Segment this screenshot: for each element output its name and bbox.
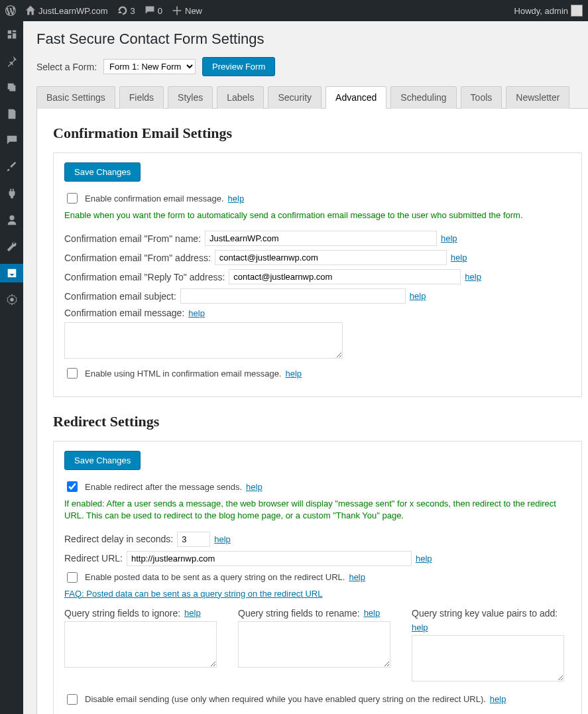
redirect-hint: If enabled: After a user sends a message…: [64, 498, 571, 522]
pin-icon: [6, 55, 18, 67]
qs-ignore-textarea[interactable]: [64, 621, 217, 668]
subject-input[interactable]: [180, 288, 406, 304]
tab-advanced[interactable]: Advanced: [325, 86, 386, 109]
redirect-heading: Redirect Settings: [53, 413, 582, 430]
faq-link[interactable]: FAQ: Posted data can be sent as a query …: [64, 589, 323, 599]
tab-basic-settings[interactable]: Basic Settings: [36, 86, 115, 109]
menu-dashboard[interactable]: [0, 25, 23, 44]
help-link[interactable]: help: [410, 291, 426, 301]
help-link[interactable]: help: [228, 194, 245, 204]
qs-rename-label: Query string fields to rename:: [238, 608, 360, 619]
help-link[interactable]: help: [349, 572, 365, 582]
redirect-box: Save Changes Enable redirect after the m…: [53, 441, 582, 714]
save-changes-button[interactable]: Save Changes: [64, 451, 141, 470]
qs-ignore-label: Query string fields to ignore:: [64, 608, 180, 619]
enable-redirect-label[interactable]: Enable redirect after the message sends.: [64, 479, 242, 494]
wrench-icon: [6, 241, 18, 253]
redirect-url-label: Redirect URL:: [64, 553, 123, 564]
enable-redirect-checkbox[interactable]: [67, 481, 78, 492]
reply-to-input[interactable]: [229, 269, 461, 284]
enable-posted-data-checkbox[interactable]: [67, 572, 78, 583]
help-link[interactable]: help: [286, 369, 302, 379]
wp-logo[interactable]: [5, 5, 16, 16]
qs-add-label: Query string key value pairs to add:: [412, 608, 558, 619]
gear-icon: [6, 294, 18, 306]
help-link[interactable]: help: [188, 308, 205, 318]
help-link[interactable]: help: [490, 694, 506, 704]
help-link[interactable]: help: [451, 253, 467, 263]
site-home-link[interactable]: JustLearnWP.com: [25, 5, 108, 16]
confirmation-hint: Enable when you want the form to automat…: [64, 209, 571, 221]
menu-plugins[interactable]: [0, 184, 23, 203]
tab-security[interactable]: Security: [268, 86, 322, 109]
updates-icon: [117, 5, 128, 16]
menu-contact-form[interactable]: [0, 264, 23, 282]
wordpress-icon: [5, 5, 16, 16]
updates-link[interactable]: 3: [117, 5, 135, 16]
enable-html-label[interactable]: Enable using HTML in confirmation email …: [64, 366, 282, 381]
message-label: Confirmation email message:: [64, 308, 184, 318]
qs-rename-textarea[interactable]: [238, 621, 390, 668]
redirect-delay-input[interactable]: [177, 532, 210, 547]
reply-to-label: Confirmation email "Reply To" address:: [64, 272, 225, 282]
help-link[interactable]: help: [364, 608, 381, 618]
select-form-label: Select a Form:: [36, 62, 97, 72]
tab-scheduling[interactable]: Scheduling: [390, 86, 456, 109]
site-name: JustLearnWP.com: [38, 6, 108, 16]
comments-count: 0: [158, 6, 162, 16]
menu-media[interactable]: [0, 78, 23, 97]
help-link[interactable]: help: [214, 534, 231, 544]
main-content: Fast Secure Contact Form Settings Select…: [23, 21, 588, 714]
menu-pages[interactable]: [0, 105, 23, 123]
new-label: New: [185, 6, 202, 16]
tab-newsletter[interactable]: Newsletter: [506, 86, 569, 109]
avatar: [571, 5, 583, 17]
tab-fields[interactable]: Fields: [119, 86, 164, 109]
tab-styles[interactable]: Styles: [168, 86, 213, 109]
confirmation-message-textarea[interactable]: [64, 322, 343, 359]
help-link[interactable]: help: [416, 554, 432, 564]
help-link[interactable]: help: [412, 623, 428, 632]
plugin-icon: [6, 188, 18, 200]
from-name-input[interactable]: [205, 231, 437, 246]
help-link[interactable]: help: [184, 608, 201, 618]
comment-icon: [6, 135, 18, 147]
account-link[interactable]: Howdy, admin: [514, 5, 583, 17]
preview-form-button[interactable]: Preview Form: [202, 57, 275, 76]
comment-icon: [145, 5, 155, 16]
enable-posted-data-label[interactable]: Enable posted data to be sent as a query…: [64, 570, 345, 585]
qs-add-textarea[interactable]: [412, 635, 564, 682]
menu-tools[interactable]: [0, 237, 23, 256]
from-address-input[interactable]: [215, 250, 447, 265]
enable-confirmation-checkbox[interactable]: [67, 193, 78, 204]
new-content-link[interactable]: New: [172, 5, 202, 16]
comments-link[interactable]: 0: [145, 5, 162, 16]
disable-email-label[interactable]: Disable email sending (use only when req…: [64, 692, 486, 707]
menu-settings[interactable]: [0, 290, 23, 309]
home-icon: [25, 5, 36, 16]
help-link[interactable]: help: [441, 233, 457, 243]
enable-confirmation-label[interactable]: Enable confirmation email message.: [64, 191, 224, 206]
form-selector[interactable]: Form 1: New Form: [103, 59, 196, 74]
disable-email-checkbox[interactable]: [67, 694, 78, 705]
save-changes-button[interactable]: Save Changes: [64, 162, 141, 182]
redirect-url-input[interactable]: [127, 551, 412, 566]
menu-appearance[interactable]: [0, 158, 23, 176]
help-link[interactable]: help: [246, 482, 263, 492]
admin-bar: JustLearnWP.com 3 0 New Howdy, admin: [0, 0, 588, 21]
enable-html-checkbox[interactable]: [67, 368, 78, 379]
disable-email-text: Disable email sending (use only when req…: [85, 694, 486, 704]
tab-tools[interactable]: Tools: [461, 86, 502, 109]
enable-html-text: Enable using HTML in confirmation email …: [85, 369, 282, 379]
menu-posts[interactable]: [0, 52, 23, 70]
enable-confirmation-text: Enable confirmation email message.: [85, 194, 224, 204]
menu-comments[interactable]: [0, 131, 23, 150]
menu-users[interactable]: [0, 211, 23, 229]
help-link[interactable]: help: [465, 272, 481, 282]
plus-icon: [172, 5, 182, 16]
tabs: Basic Settings Fields Styles Labels Secu…: [36, 86, 588, 109]
tab-panel-advanced: Confirmation Email Settings Save Changes…: [36, 109, 588, 714]
redirect-delay-label: Redirect delay in seconds:: [64, 534, 173, 544]
enable-redirect-text: Enable redirect after the message sends.: [85, 482, 242, 492]
tab-labels[interactable]: Labels: [217, 86, 264, 109]
